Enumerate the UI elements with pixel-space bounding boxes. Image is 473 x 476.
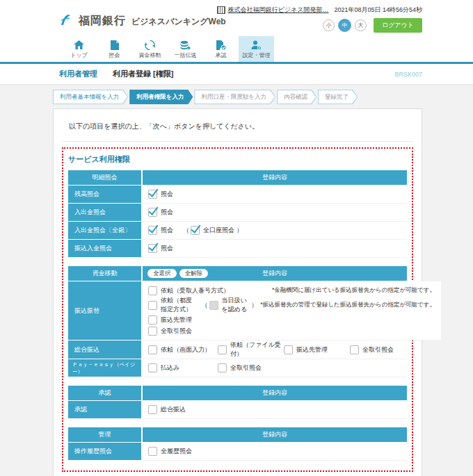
checkbox-checked[interactable] (148, 244, 157, 253)
approval-table: 承認 登録内容 承認 総合振込 (68, 386, 407, 419)
sogo-screen-input-checkbox[interactable]: 依頼（画面入力） (148, 345, 218, 354)
approval-sogo-checkbox[interactable]: 総合振込 (148, 405, 186, 414)
column-header: 承認 (68, 386, 141, 400)
logout-button[interactable]: ログアウト (374, 18, 422, 33)
checkbox-checked[interactable] (148, 226, 157, 235)
main-nav: トップ 照会 資金移動 一括伝送 承認 設定・管理 (0, 36, 473, 64)
annotation-dotted-box: サービス利用権限 明細照会 登録内容 残高照会 照会 入出金照会 (62, 147, 413, 472)
checkbox-checked[interactable] (191, 226, 200, 235)
approval-check-icon (203, 39, 239, 50)
incoming-transfer-inquiry-checkbox[interactable]: 照会 (148, 244, 173, 253)
settings-person-icon (239, 39, 274, 50)
company-name-link[interactable]: 株式会社福岡銀行ビジネス開発部… (228, 6, 329, 15)
column-header: 登録内容 (143, 386, 407, 400)
management-table: 管理 登録内容 操作履歴照会 全履歴照会 (68, 427, 407, 461)
font-size-large-button[interactable]: 大 (355, 19, 367, 31)
select-all-button[interactable]: 全選択 (147, 269, 177, 278)
checkbox-unchecked[interactable] (148, 345, 157, 354)
step-permissions: 利用者権限を入力利用者権限を入力 (129, 90, 193, 104)
payee-management-checkbox[interactable]: 振込先管理 (148, 315, 192, 325)
step-indicator: 利用者基本情報を入力利用者基本情報を入力 利用者権限を入力利用者権限を入力 利用… (53, 90, 420, 104)
font-size-medium-button[interactable]: 中 (338, 19, 351, 32)
checkbox-unchecked[interactable] (218, 363, 227, 372)
screen-code: BRSK007 (394, 71, 422, 78)
nav-item-funds-transfer[interactable]: 資金移動 (132, 36, 168, 62)
checkbox-unchecked[interactable] (148, 301, 157, 310)
coins-icon (168, 39, 203, 50)
column-header: 登録内容 (143, 427, 407, 442)
nav-item-inquiry[interactable]: 照会 (97, 36, 132, 62)
statement-inquiry-table: 明細照会 登録内容 残高照会 照会 入出金照会 照会 (68, 170, 407, 258)
main-panel: 以下の項目を選択の上、「次へ」ボタンを押してください。 サービス利用権限 明細照… (53, 108, 422, 476)
table-row: Ｐａｙ－ｅａｓｙ（ペイジー） 払込み 全取引照会 (68, 359, 407, 377)
nav-item-batch-transmission[interactable]: 一括伝送 (168, 36, 203, 62)
checkbox-unchecked[interactable] (148, 315, 157, 325)
bank-name: 福岡銀行 (79, 14, 126, 28)
checkbox-unchecked[interactable] (148, 405, 157, 414)
datetime-text: 2021年08月05日 14時56分54秒 (334, 6, 422, 15)
clear-all-button[interactable]: 全解除 (179, 269, 209, 278)
company-badge-icon (217, 6, 225, 14)
zengin-inquiry-checkbox[interactable]: 照会 (148, 226, 173, 235)
app-header: 福岡銀行 ビジネスバンキングWeb 株式会社福岡銀行ビジネス開発部… 2021年… (0, 0, 473, 36)
sogo-file-receipt-checkbox[interactable]: 依頼（ファイル受付） (218, 340, 284, 359)
funds-transfer-table: 資金移動 全選択 全解除 登録内容 振込振替 依頼（受取人番号方式） (68, 266, 407, 377)
page-title: 利用者登録 [権限] (113, 69, 173, 79)
instruction-text: 以下の項目を選択の上、「次へ」ボタンを押してください。 (62, 119, 413, 142)
nav-item-top[interactable]: トップ (61, 36, 97, 62)
column-header: 明細照会 (68, 170, 141, 185)
checkbox-unchecked[interactable] (218, 345, 227, 354)
table-row: 操作履歴照会 全履歴照会 (68, 443, 407, 461)
column-header: 登録内容 (262, 269, 287, 278)
table-row: 入出金照会 照会 (68, 204, 407, 222)
checkbox-unchecked[interactable] (148, 286, 157, 295)
step-accounts-limits: 利用口座・限度額を入力利用口座・限度額を入力 (194, 90, 275, 104)
font-size-small-button[interactable]: 小 (323, 19, 335, 31)
step-complete: 登録完了登録完了 (318, 90, 358, 104)
request-adhoc-checkbox[interactable]: 依頼（都度指定方式） (148, 296, 196, 314)
checkbox-unchecked[interactable] (148, 363, 157, 372)
balance-inquiry-checkbox[interactable]: 照会 (148, 190, 173, 199)
note-text: *振込振替先の管理で登録した振込振替先からの指定が可能です。 (260, 301, 435, 309)
payeasy-payment-checkbox[interactable]: 払込み (148, 363, 218, 372)
sogo-payee-management-checkbox[interactable]: 振込先管理 (284, 345, 350, 354)
column-header: 登録内容 (143, 170, 407, 185)
table-row: 振込入金照会 照会 (68, 240, 407, 258)
table-row: 承認 総合振込 (68, 401, 407, 419)
table-row: 残高照会 照会 (68, 186, 407, 204)
checkbox-unchecked[interactable] (350, 345, 359, 354)
request-recipient-number-checkbox[interactable]: 依頼（受取人番号方式） (148, 286, 266, 295)
checkbox-unchecked[interactable] (284, 345, 293, 354)
transfer-arrows-icon (132, 39, 168, 50)
bank-logo: 福岡銀行 ビジネスバンキングWeb (59, 12, 226, 28)
note-text: *金融機関に届け出ている振込振替先からの指定が可能です。 (272, 286, 435, 295)
nav-item-settings-management[interactable]: 設定・管理 (239, 36, 274, 62)
breadcrumb-category: 利用者管理 (59, 69, 97, 79)
table-row: 振込振替 依頼（受取人番号方式） *金融機関に届け出ている振込振替先からの指定が… (68, 281, 407, 340)
checkbox-checked[interactable] (148, 208, 157, 217)
home-icon (61, 39, 97, 50)
checkbox-unchecked[interactable] (148, 447, 157, 456)
payeasy-all-transactions-checkbox[interactable]: 全取引照会 (218, 363, 262, 372)
title-bar: 利用者管理 利用者登録 [権限] BRSK007 (0, 64, 473, 85)
nav-item-approval[interactable]: 承認 (203, 36, 239, 62)
table-row: 入出金照会〔全銀〕 照会 （ 全口座照会 ） (68, 222, 407, 240)
product-name: ビジネスバンキングWeb (131, 16, 226, 28)
all-accounts-inquiry-checkbox[interactable]: 全口座照会 (191, 226, 234, 235)
checkbox-checked[interactable] (148, 190, 157, 199)
deposit-withdrawal-inquiry-checkbox[interactable]: 照会 (148, 208, 173, 217)
checkbox-unchecked[interactable] (148, 327, 157, 336)
checkbox-disabled (209, 301, 218, 310)
sogo-all-transactions-checkbox[interactable]: 全取引照会 (350, 345, 394, 354)
step-confirm: 内容確認内容確認 (277, 90, 316, 104)
section-title: サービス利用権限 (68, 154, 407, 165)
same-day-allow-checkbox[interactable]: 当日扱いを認める (209, 296, 250, 314)
all-transactions-inquiry-checkbox[interactable]: 全取引照会 (148, 327, 192, 336)
step-basic-info: 利用者基本情報を入力利用者基本情報を入力 (53, 90, 128, 104)
document-icon (97, 39, 132, 50)
table-row: 総合振込 依頼（画面入力） 依頼（ファイル受付） 振込先管理 (68, 340, 407, 359)
column-header: 資金移動 (68, 266, 141, 281)
column-header: 管理 (68, 427, 141, 442)
operation-history-checkbox[interactable]: 全履歴照会 (148, 447, 192, 456)
fukuoka-bank-logo-icon (59, 14, 73, 26)
